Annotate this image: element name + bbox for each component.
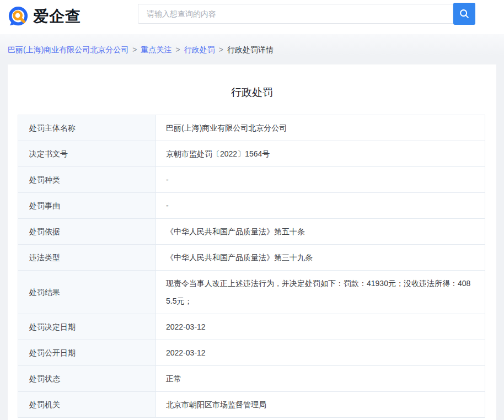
aiqicha-logo-icon xyxy=(8,6,29,27)
row-value: - xyxy=(156,167,485,193)
table-row: 违法类型《中华人民共和国产品质量法》第三十九条 xyxy=(18,245,485,271)
row-label: 处罚公开日期 xyxy=(18,340,156,366)
row-label: 处罚结果 xyxy=(18,271,156,314)
table-row: 处罚主体名称巴丽(上海)商业有限公司北京分公司 xyxy=(18,115,485,141)
table-row: 处罚公开日期2022-03-12 xyxy=(18,340,485,366)
row-label: 处罚主体名称 xyxy=(18,115,156,141)
row-label: 违法类型 xyxy=(18,245,156,271)
penalty-table-body: 处罚主体名称巴丽(上海)商业有限公司北京分公司决定书文号京朝市监处罚〔2022〕… xyxy=(18,115,485,418)
table-row: 处罚状态正常 xyxy=(18,366,485,392)
penalty-detail-card: 行政处罚 处罚主体名称巴丽(上海)商业有限公司北京分公司决定书文号京朝市监处罚〔… xyxy=(8,64,496,420)
row-value: 京朝市监处罚〔2022〕1564号 xyxy=(156,141,485,167)
table-row: 决定书文号京朝市监处罚〔2022〕1564号 xyxy=(18,141,485,167)
breadcrumb: 巴丽(上海)商业有限公司北京分公司>重点关注>行政处罚>行政处罚详情 xyxy=(0,34,504,64)
header: 爱企查 xyxy=(0,0,504,34)
page-title: 行政处罚 xyxy=(8,85,496,100)
search-button[interactable] xyxy=(453,3,475,25)
row-value: 《中华人民共和国产品质量法》第三十九条 xyxy=(156,245,485,271)
logo-text: 爱企查 xyxy=(33,6,81,27)
row-value: 《中华人民共和国产品质量法》第五十条 xyxy=(156,219,485,245)
row-value: 巴丽(上海)商业有限公司北京分公司 xyxy=(156,115,485,141)
breadcrumb-separator: > xyxy=(219,45,223,54)
row-value: 北京市朝阳区市场监督管理局 xyxy=(156,392,485,418)
table-row: 处罚事由- xyxy=(18,193,485,219)
row-value: 现责令当事人改正上述违法行为，并决定处罚如下：罚款：41930元；没收违法所得：… xyxy=(156,271,485,314)
row-label: 处罚状态 xyxy=(18,366,156,392)
breadcrumb-current: 行政处罚详情 xyxy=(227,45,274,54)
row-label: 处罚事由 xyxy=(18,193,156,219)
penalty-table: 处罚主体名称巴丽(上海)商业有限公司北京分公司决定书文号京朝市监处罚〔2022〕… xyxy=(18,115,485,418)
breadcrumb-link-1[interactable]: 重点关注 xyxy=(141,45,172,54)
search-icon xyxy=(458,8,470,20)
table-row: 处罚结果现责令当事人改正上述违法行为，并决定处罚如下：罚款：41930元；没收违… xyxy=(18,271,485,314)
row-label: 处罚机关 xyxy=(18,392,156,418)
row-label: 决定书文号 xyxy=(18,141,156,167)
table-row: 处罚种类- xyxy=(18,167,485,193)
row-label: 处罚决定日期 xyxy=(18,314,156,340)
row-label: 处罚种类 xyxy=(18,167,156,193)
row-label: 处罚依据 xyxy=(18,219,156,245)
breadcrumb-link-0[interactable]: 巴丽(上海)商业有限公司北京分公司 xyxy=(8,45,128,54)
table-row: 处罚依据《中华人民共和国产品质量法》第五十条 xyxy=(18,219,485,245)
row-value: - xyxy=(156,193,485,219)
row-value: 2022-03-12 xyxy=(156,340,485,366)
logo[interactable]: 爱企查 xyxy=(8,6,81,27)
breadcrumb-link-2[interactable]: 行政处罚 xyxy=(184,45,215,54)
breadcrumb-separator: > xyxy=(176,45,180,54)
table-row: 处罚决定日期2022-03-12 xyxy=(18,314,485,340)
row-value: 正常 xyxy=(156,366,485,392)
search-input[interactable] xyxy=(138,4,453,24)
page: 爱企查 巴丽(上海)商业有限公司北京分公司>重点关注>行政处罚>行政处罚详情 行… xyxy=(0,0,504,420)
row-value: 2022-03-12 xyxy=(156,314,485,340)
table-row: 处罚机关北京市朝阳区市场监督管理局 xyxy=(18,392,485,418)
breadcrumb-separator: > xyxy=(132,45,137,54)
search-box xyxy=(138,3,475,25)
